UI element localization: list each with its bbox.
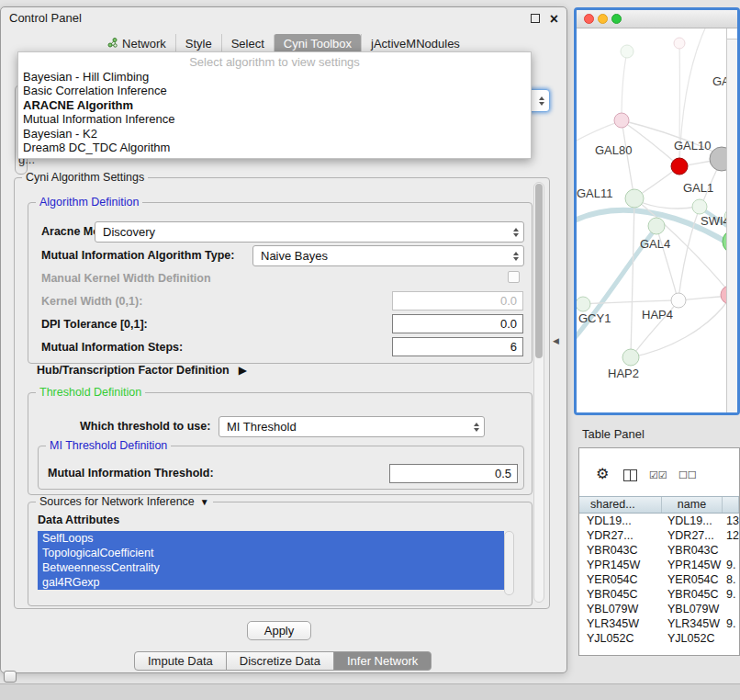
deselect-all-icon[interactable]: ☐☐ — [678, 468, 697, 482]
data-attributes-list[interactable]: SelfLoopsTopologicalCoefficientBetweenne… — [38, 531, 504, 595]
collapsed-panel-icon[interactable] — [4, 671, 17, 683]
table-row[interactable]: YJL052CYJL052C — [579, 631, 739, 646]
aracne-mode-value: Discovery — [103, 225, 155, 239]
mi-algorithm-type-label: Mutual Information Algorithm Type: — [41, 249, 234, 263]
mi-steps-label: Mutual Information Steps: — [41, 341, 183, 355]
collapse-down-icon[interactable]: ▼ — [200, 497, 209, 507]
tab-label: jActiveMNodules — [371, 37, 460, 51]
dropdown-prompt: Select algorithm to view settings — [18, 55, 531, 70]
table-row[interactable]: YDR27...YDR27...12 — [579, 528, 739, 543]
tab-cyni-toolbox[interactable]: Cyni Toolbox — [274, 34, 361, 53]
algorithm-definition-title: Algorithm Definition — [36, 196, 142, 209]
dropdown-item-aracne-algorithm[interactable]: ARACNE Algorithm — [18, 98, 531, 113]
network-node[interactable] — [648, 218, 665, 234]
attributes-list-scrollbar[interactable] — [504, 531, 514, 595]
cyni-settings-group: Cyni Algorithm Settings Algorithm Defini… — [14, 177, 550, 609]
kernel-width-field[interactable]: 0.0 — [392, 291, 523, 310]
table-row[interactable]: YLR345WYLR345W9. — [579, 616, 739, 631]
network-edge[interactable] — [622, 120, 634, 198]
which-threshold-select[interactable]: MI Threshold — [219, 416, 485, 437]
network-graph[interactable]: GAL80GALGAL10GAL11GAL1SWI4GAL4GCY1HAP4YH… — [577, 28, 737, 412]
network-canvas[interactable]: GAL80GALGAL10GAL11GAL1SWI4GAL4GCY1HAP4YH… — [577, 28, 737, 412]
dropdown-items: Bayesian - Hill ClimbingBasic Correlatio… — [18, 70, 531, 155]
network-node[interactable] — [621, 45, 633, 58]
select-all-icon[interactable]: ☑☑ — [649, 468, 667, 482]
column-header-name[interactable]: name — [662, 497, 723, 513]
column-selector-icon[interactable] — [623, 469, 637, 481]
network-node-label: GCY1 — [578, 311, 611, 325]
dropdown-item-basic-correlation-inference[interactable]: Basic Correlation Inference — [18, 84, 531, 98]
network-scrollbar[interactable] — [726, 28, 737, 412]
table-cell: YBR045C — [579, 587, 662, 602]
tab-select[interactable]: Select — [221, 34, 274, 53]
attribute-item-selfloops[interactable]: SelfLoops — [38, 531, 504, 546]
close-icon[interactable]: × — [550, 8, 558, 30]
attribute-item-betweennesscentrality[interactable]: BetweennessCentrality — [38, 560, 504, 575]
table-row[interactable]: YPR145WYPR145W9. — [579, 558, 739, 572]
network-node[interactable] — [674, 38, 685, 49]
minimize-traffic-light-icon[interactable] — [598, 14, 608, 24]
network-node[interactable] — [671, 158, 688, 175]
column-header-shared[interactable]: shared... — [579, 497, 662, 513]
table-cell: YPR145W — [662, 558, 723, 572]
network-edge[interactable] — [631, 200, 634, 356]
control-panel-titlebar[interactable]: Control Panel × — [1, 7, 566, 29]
table-row[interactable]: YER054CYER054C8. — [579, 572, 739, 587]
hub-definition-label: Hub/Transcription Factor Definition — [37, 364, 230, 377]
network-node[interactable] — [622, 349, 639, 366]
attribute-item-gal4rgexp[interactable]: gal4RGexp — [38, 575, 504, 590]
mi-steps-field[interactable]: 6 — [392, 337, 523, 356]
mi-algorithm-type-select[interactable]: Naive Bayes — [252, 245, 524, 266]
splitter-collapse-icon[interactable]: ◀ — [553, 336, 559, 345]
tab-style[interactable]: Style — [175, 34, 221, 53]
network-node[interactable] — [614, 113, 629, 128]
dropdown-item-mutual-information-inference[interactable]: Mutual Information Inference — [18, 112, 531, 127]
settings-gear-icon[interactable]: ⚙ — [596, 467, 609, 481]
table-row[interactable]: YDL19...YDL19...13 — [579, 514, 739, 528]
network-edge[interactable] — [583, 300, 676, 304]
mi-threshold-field[interactable]: 0.5 — [389, 464, 518, 483]
manual-kernel-width-checkbox[interactable] — [508, 271, 520, 283]
network-node[interactable] — [671, 293, 686, 308]
table-row[interactable]: YBR045CYBR045C9. — [579, 587, 739, 602]
table-row[interactable]: YBR043CYBR043C — [579, 543, 739, 558]
tab-network[interactable]: Network — [98, 34, 175, 53]
algorithm-dropdown-popup: Select algorithm to view settings Bayesi… — [17, 51, 532, 159]
close-traffic-light-icon[interactable] — [584, 14, 594, 24]
network-edge[interactable] — [622, 51, 627, 119]
settings-scrollbar[interactable] — [533, 182, 544, 603]
table-cell: YBR043C — [662, 543, 723, 558]
scrollbar-thumb[interactable] — [535, 184, 543, 358]
aracne-mode-select[interactable]: Discovery — [95, 221, 524, 243]
dpi-tolerance-field[interactable]: 0.0 — [392, 314, 523, 333]
column-header-extra[interactable] — [723, 497, 739, 513]
attribute-item-topologicalcoefficient[interactable]: TopologicalCoefficient — [38, 546, 504, 560]
network-node-label: GAL10 — [674, 139, 711, 152]
dropdown-item-dream8-dc-tdc-algorithm[interactable]: Dream8 DC_TDC Algorithm — [18, 141, 531, 155]
dropdown-item-bayesian-k2[interactable]: Bayesian - K2 — [18, 127, 531, 141]
tab-jactivemnodules[interactable]: jActiveMNodules — [361, 34, 469, 53]
table-row[interactable]: YBL079WYBL079W — [579, 602, 739, 616]
zoom-traffic-light-icon[interactable] — [611, 14, 622, 24]
table-cell: YLR345W — [579, 616, 662, 631]
network-node[interactable] — [577, 297, 590, 311]
bottom-strip — [0, 683, 740, 700]
expand-right-icon[interactable]: ▶ — [239, 364, 247, 377]
table-cell: YBR043C — [579, 543, 662, 558]
network-node[interactable] — [692, 199, 707, 214]
table-panel-title: Table Panel — [582, 427, 645, 441]
dropdown-item-bayesian-hill-climbing[interactable]: Bayesian - Hill Climbing — [18, 70, 531, 85]
network-edge[interactable] — [577, 121, 620, 141]
hub-definition-row[interactable]: Hub/Transcription Factor Definition ▶ — [37, 364, 247, 377]
network-scrollbar-button[interactable] — [727, 28, 737, 40]
bottom-tab-infer-network[interactable]: Infer Network — [333, 651, 432, 671]
table-cell: YDR27... — [662, 528, 723, 543]
bottom-tab-discretize-data[interactable]: Discretize Data — [226, 651, 334, 671]
network-node-label: GAL1 — [683, 181, 713, 195]
network-node-label: HAP4 — [642, 308, 673, 322]
network-window-titlebar[interactable] — [577, 10, 737, 28]
network-node[interactable] — [625, 189, 644, 208]
apply-button[interactable]: Apply — [247, 621, 311, 640]
bottom-tab-impute-data[interactable]: Impute Data — [134, 651, 227, 671]
float-window-icon[interactable] — [531, 14, 540, 23]
